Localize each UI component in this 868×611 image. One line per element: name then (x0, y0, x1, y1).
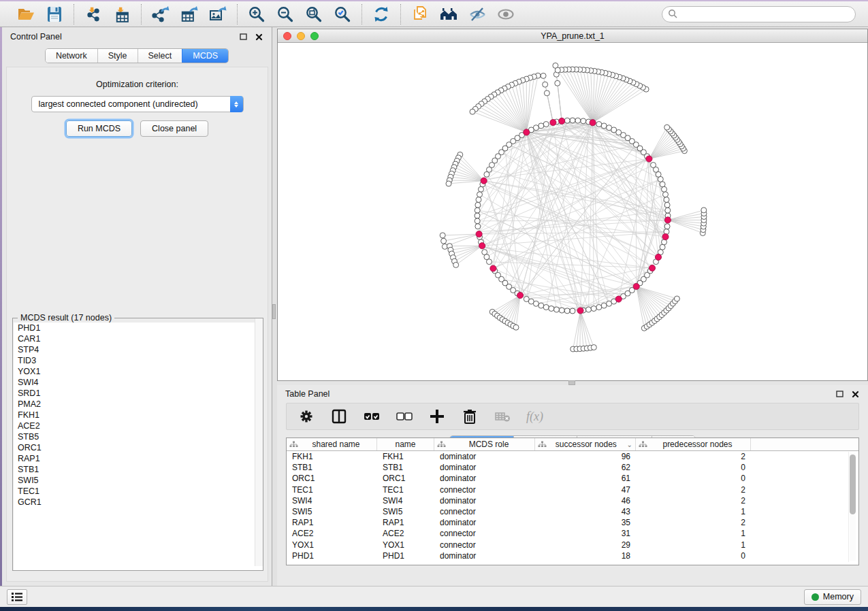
zoom-selected-icon (334, 5, 351, 23)
table-cell: 43 (535, 506, 636, 517)
table-cell: 2 (636, 517, 751, 528)
table-row[interactable]: STB1STB1dominator620 (287, 462, 858, 473)
float-table-panel-icon[interactable] (835, 390, 844, 399)
memory-label: Memory (823, 592, 854, 601)
table-row[interactable]: SWI4SWI4dominator462 (287, 495, 858, 506)
list-icon (11, 592, 23, 601)
optimization-criterion-select[interactable]: largest connected component (undirected) (31, 96, 244, 112)
column-header-shared-name[interactable]: shared name (287, 438, 377, 450)
zoom-in-icon (248, 5, 266, 23)
node-table-body: FKH1FKH1dominator962STB1STB1dominator620… (287, 451, 858, 561)
column-header-MCDS-role[interactable]: MCDS role (434, 438, 535, 450)
tab-style[interactable]: Style (97, 49, 138, 63)
table-cell: connector (434, 506, 535, 517)
table-cell: connector (434, 528, 535, 539)
run-mcds-button[interactable]: Run MCDS (66, 120, 132, 137)
import-network-button[interactable] (84, 5, 103, 24)
network-graph[interactable] (278, 43, 867, 380)
mcds-result-item[interactable]: GCR1 (14, 497, 263, 508)
table-cell: 18 (535, 550, 636, 561)
tab-select[interactable]: Select (138, 49, 182, 63)
mcds-result-item[interactable]: STP4 (14, 344, 263, 355)
zoom-selected-button[interactable] (333, 5, 352, 24)
export-network-button[interactable] (151, 5, 170, 24)
split-panel-button[interactable] (330, 408, 348, 425)
add-column-button[interactable] (428, 408, 446, 425)
mcds-result-item[interactable]: TID3 (14, 355, 263, 366)
save-session-button[interactable] (45, 5, 64, 24)
float-panel-icon[interactable] (239, 33, 248, 42)
mcds-result-item[interactable]: PHD1 (14, 323, 263, 333)
hide-selected-button[interactable] (468, 5, 487, 24)
window-close-icon[interactable] (283, 32, 291, 40)
search-input[interactable] (662, 6, 856, 22)
first-neighbors-button[interactable] (439, 5, 458, 24)
table-row[interactable]: FKH1FKH1dominator962 (287, 451, 858, 462)
zoom-fit-button[interactable] (304, 5, 323, 24)
mcds-result-item[interactable]: YOX1 (14, 366, 263, 377)
table-cell: 1 (636, 506, 751, 517)
mcds-result-item[interactable]: SWI4 (14, 377, 263, 388)
table-scrollbar-thumb[interactable] (850, 455, 856, 514)
vertical-splitter[interactable] (272, 27, 277, 586)
select-all-checkboxes-button[interactable] (363, 408, 381, 425)
tab-network[interactable]: Network (46, 49, 97, 63)
mcds-result-item[interactable]: ACE2 (14, 420, 263, 431)
attribute-settings-button[interactable] (298, 408, 315, 425)
mcds-result-item[interactable]: STB1 (14, 464, 263, 475)
column-header-name[interactable]: name (377, 438, 434, 450)
table-row[interactable]: PHD1PHD1dominator180 (287, 550, 858, 561)
task-history-button[interactable] (7, 589, 27, 605)
mcds-result-item[interactable]: ORC1 (14, 442, 263, 453)
mcds-list-scrollbar[interactable] (255, 318, 263, 566)
mcds-result-item[interactable]: TEC1 (14, 486, 263, 497)
column-header-predecessor-nodes[interactable]: predecessor nodes (636, 438, 751, 450)
table-row[interactable]: SWI5SWI5connector431 (287, 506, 858, 517)
table-row[interactable]: TEC1TEC1connector472 (287, 484, 858, 495)
mcds-result-list[interactable]: PHD1CAR1STP4TID3YOX1SWI4SRD1PMA2FKH1ACE2… (14, 323, 263, 570)
deselect-all-checkboxes-button[interactable] (396, 408, 413, 425)
table-row[interactable]: ORC1ORC1dominator610 (287, 473, 858, 484)
mcds-result-item[interactable]: SWI5 (14, 475, 263, 486)
column-header-successor-nodes[interactable]: successor nodes⌄ (535, 438, 636, 450)
mcds-tab-content: Optimization criterion: largest connecte… (6, 67, 268, 582)
window-minimize-icon[interactable] (297, 32, 305, 40)
save-session-icon (46, 5, 63, 23)
mcds-result-item[interactable]: FKH1 (14, 410, 263, 420)
zoom-in-button[interactable] (247, 5, 266, 24)
refresh-layout-button[interactable] (372, 5, 391, 24)
import-table-button[interactable] (112, 5, 131, 24)
open-file-button[interactable] (16, 5, 35, 24)
table-cell: dominator (434, 473, 535, 484)
mcds-result-item[interactable]: SRD1 (14, 388, 263, 399)
network-canvas[interactable] (278, 43, 867, 380)
close-table-panel-icon[interactable] (851, 390, 860, 399)
close-panel-button[interactable]: Close panel (140, 120, 208, 137)
table-cell: connector (434, 540, 535, 550)
export-image-button[interactable] (208, 5, 227, 24)
function-builder-icon: f(x) (526, 410, 543, 424)
window-zoom-icon[interactable] (310, 32, 319, 40)
first-neighbors-icon (440, 5, 457, 23)
mcds-result-item[interactable]: RAP1 (14, 453, 263, 464)
export-table-button[interactable] (180, 5, 199, 24)
hide-selected-icon (468, 5, 486, 23)
delete-column-button[interactable] (461, 408, 479, 425)
table-row[interactable]: ACE2ACE2connector311 (287, 528, 858, 539)
mcds-result-item[interactable]: CAR1 (14, 333, 263, 344)
table-cell: 96 (535, 451, 636, 462)
clone-network-button[interactable] (411, 5, 430, 24)
mcds-result-item[interactable]: STB5 (14, 431, 263, 442)
tab-mcds[interactable]: MCDS (182, 49, 228, 63)
table-row[interactable]: YOX1YOX1connector291 (287, 540, 858, 550)
column-tree-icon (639, 441, 647, 448)
table-cell: RAP1 (287, 517, 377, 528)
network-window-titlebar[interactable]: YPA_prune.txt_1 (278, 29, 867, 43)
mcds-result-item[interactable]: PMA2 (14, 399, 263, 410)
memory-button[interactable]: Memory (804, 589, 861, 605)
zoom-out-button[interactable] (276, 5, 295, 24)
attribute-settings-icon (298, 408, 315, 425)
close-panel-icon[interactable] (255, 33, 263, 42)
column-tree-icon (538, 441, 547, 448)
table-row[interactable]: RAP1RAP1dominator352 (287, 517, 858, 528)
